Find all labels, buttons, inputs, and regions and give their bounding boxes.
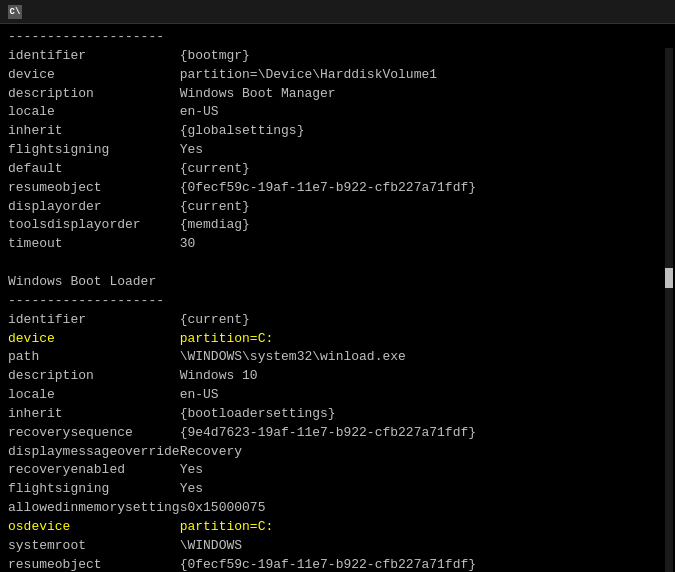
terminal-window: --------------------identifier {bootmgr}… [0,24,675,572]
terminal-line: allowedinmemorysettings0x15000075 [8,499,667,518]
terminal-line: default {current} [8,160,667,179]
terminal-line: description Windows Boot Manager [8,85,667,104]
terminal-line: locale en-US [8,386,667,405]
terminal-line: displayorder {current} [8,198,667,217]
terminal-line: systemroot \WINDOWS [8,537,667,556]
terminal-line: resumeobject {0fecf59c-19af-11e7-b922-cf… [8,556,667,572]
terminal-line: identifier {bootmgr} [8,47,667,66]
scrollbar-thumb[interactable] [665,268,673,288]
terminal-line: -------------------- [8,292,667,311]
terminal-line: inherit {bootloadersettings} [8,405,667,424]
terminal-line: toolsdisplayorder {memdiag} [8,216,667,235]
terminal-line: identifier {current} [8,311,667,330]
terminal-line: inherit {globalsettings} [8,122,667,141]
terminal-line: recoveryenabled Yes [8,461,667,480]
scrollbar[interactable] [665,48,673,572]
terminal-line: Windows Boot Loader [8,273,667,292]
terminal-line: path \WINDOWS\system32\winload.exe [8,348,667,367]
terminal-line: timeout 30 [8,235,667,254]
terminal-line: device partition=C: [8,330,667,349]
terminal-line: flightsigning Yes [8,141,667,160]
terminal-line: locale en-US [8,103,667,122]
cmd-icon: C\ [8,5,22,19]
terminal-line: device partition=\Device\HarddiskVolume1 [8,66,667,85]
terminal-line: recoverysequence {9e4d7623-19af-11e7-b92… [8,424,667,443]
terminal-line: -------------------- [8,28,667,47]
terminal-content: --------------------identifier {bootmgr}… [8,28,667,572]
title-bar: C\ [0,0,675,24]
terminal-line: resumeobject {0fecf59c-19af-11e7-b922-cf… [8,179,667,198]
terminal-line [8,254,667,273]
terminal-line: description Windows 10 [8,367,667,386]
terminal-line: osdevice partition=C: [8,518,667,537]
terminal-line: flightsigning Yes [8,480,667,499]
terminal-line: displaymessageoverrideRecovery [8,443,667,462]
